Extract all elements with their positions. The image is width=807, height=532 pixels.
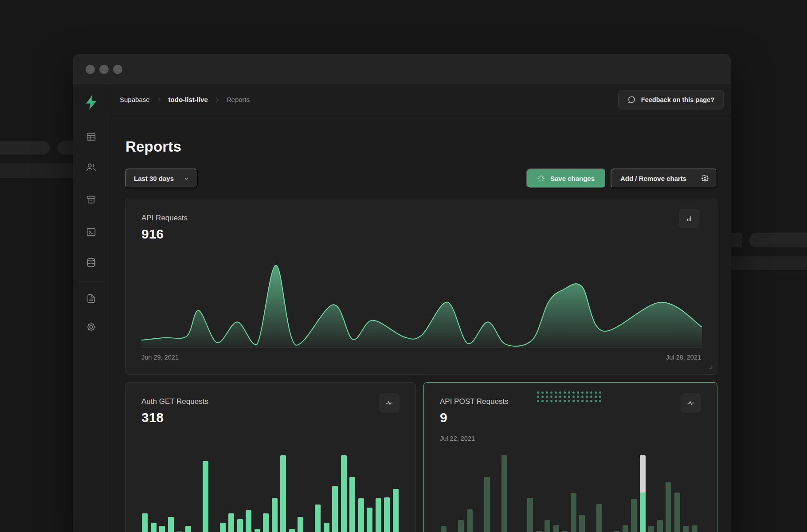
bar xyxy=(553,525,559,532)
activity-pulse-icon xyxy=(385,399,393,407)
bar xyxy=(367,508,372,532)
window-control-minimize[interactable] xyxy=(99,65,109,74)
auth-get-bar-chart xyxy=(142,385,404,532)
api-requests-area-svg xyxy=(141,263,702,350)
loader-spinner-icon xyxy=(537,175,545,183)
bar xyxy=(467,509,473,532)
sidebar-item-database[interactable] xyxy=(73,252,109,273)
card-value: 9 xyxy=(440,410,447,425)
bg-skeleton-pill xyxy=(58,141,73,155)
bar xyxy=(596,504,602,532)
speech-bubble-icon xyxy=(627,95,636,104)
bar xyxy=(631,499,637,532)
sidebar-item-table-editor[interactable] xyxy=(73,126,109,147)
chevron-right-icon xyxy=(156,97,162,103)
card-auth-get-requests: Auth GET Requests 318 xyxy=(125,382,416,532)
bar xyxy=(272,498,278,532)
bar xyxy=(674,493,680,532)
file-text-icon xyxy=(86,293,97,304)
bar xyxy=(571,493,576,532)
bar xyxy=(315,505,321,532)
bar xyxy=(393,489,399,532)
archive-box-icon xyxy=(86,194,97,205)
bar xyxy=(246,510,251,532)
card-title: Auth GET Requests xyxy=(141,397,208,406)
gear-icon xyxy=(701,174,709,183)
bar xyxy=(280,455,286,532)
activity-pulse-icon xyxy=(687,399,695,407)
save-changes-button[interactable]: Save changes xyxy=(526,168,606,188)
top-header: Supabase todo-list-live Reports Feedback… xyxy=(109,84,731,115)
bar xyxy=(683,526,689,532)
bar xyxy=(263,513,269,532)
bar xyxy=(185,526,191,532)
window-control-maximize[interactable] xyxy=(113,65,122,74)
bar xyxy=(501,455,507,532)
sidebar-item-auth[interactable] xyxy=(73,156,109,178)
bg-skeleton-pill xyxy=(749,233,807,247)
card-title: API POST Requests xyxy=(440,397,509,406)
bar xyxy=(545,520,550,532)
save-changes-label: Save changes xyxy=(550,175,595,182)
bar xyxy=(151,523,157,532)
bg-skeleton-band xyxy=(0,163,73,178)
users-icon xyxy=(86,162,97,173)
x-axis-labels: Jun 29, 2021 Jul 28, 2021 xyxy=(141,354,701,361)
page-title: Reports xyxy=(125,138,181,155)
card-api-requests: API Requests 916 Jun 29, 2021 Jul 28, 20… xyxy=(125,199,717,375)
start-date-label: Jun 29, 2021 xyxy=(141,354,179,361)
gear-icon xyxy=(86,321,97,332)
resize-handle-icon[interactable] xyxy=(708,363,713,371)
feedback-button-label: Feedback on this page? xyxy=(641,96,714,103)
database-icon xyxy=(86,257,97,268)
card-value: 916 xyxy=(141,227,164,242)
bar xyxy=(332,486,338,532)
supabase-logo-icon[interactable] xyxy=(83,94,100,111)
bar xyxy=(666,482,671,532)
window-control-close[interactable] xyxy=(86,65,95,74)
breadcrumb: Supabase todo-list-live Reports xyxy=(120,96,250,103)
card-title: API Requests xyxy=(141,214,188,223)
add-remove-charts-button[interactable]: Add / Remove charts xyxy=(611,168,717,188)
bg-skeleton-pill xyxy=(731,233,742,247)
bar-selected-green xyxy=(640,493,646,532)
bar xyxy=(458,520,464,532)
feedback-button[interactable]: Feedback on this page? xyxy=(618,90,724,110)
bar xyxy=(142,513,148,532)
bar xyxy=(220,523,226,532)
breadcrumb-page: Reports xyxy=(227,96,250,103)
desktop-background: Supabase todo-list-live Reports Feedback… xyxy=(0,0,807,532)
api-requests-area-chart xyxy=(141,263,702,350)
bar xyxy=(692,525,697,532)
sidebar-item-reports[interactable] xyxy=(73,288,109,309)
bar xyxy=(237,519,243,532)
bar xyxy=(349,477,355,532)
chart-type-line-button[interactable] xyxy=(379,393,400,413)
bar xyxy=(384,497,390,532)
table-icon xyxy=(86,131,97,142)
bar xyxy=(657,520,663,532)
bar xyxy=(579,515,585,532)
add-remove-charts-label: Add / Remove charts xyxy=(620,175,686,182)
bar xyxy=(484,477,490,532)
bar xyxy=(341,455,347,532)
bar xyxy=(324,523,329,532)
bg-skeleton-band xyxy=(731,256,807,270)
breadcrumb-project[interactable]: todo-list-live xyxy=(168,96,208,103)
date-range-dropdown[interactable]: Last 30 days xyxy=(125,168,198,188)
sidebar-item-settings[interactable] xyxy=(73,316,109,337)
chart-type-line-button[interactable] xyxy=(681,393,701,413)
window-titlebar xyxy=(73,54,731,84)
bar-chart-icon xyxy=(685,215,693,223)
chart-type-bar-button[interactable] xyxy=(679,209,699,228)
date-range-label: Last 30 days xyxy=(134,175,174,182)
sidebar-item-storage[interactable] xyxy=(73,189,109,210)
bar xyxy=(623,525,628,532)
bg-skeleton-pill xyxy=(0,141,50,155)
api-post-bar-chart xyxy=(441,385,703,532)
chevron-right-icon xyxy=(214,97,220,103)
sidebar-item-sql-editor[interactable] xyxy=(73,221,109,243)
bar xyxy=(376,498,381,532)
breadcrumb-org[interactable]: Supabase xyxy=(120,96,150,103)
bar xyxy=(648,526,654,532)
